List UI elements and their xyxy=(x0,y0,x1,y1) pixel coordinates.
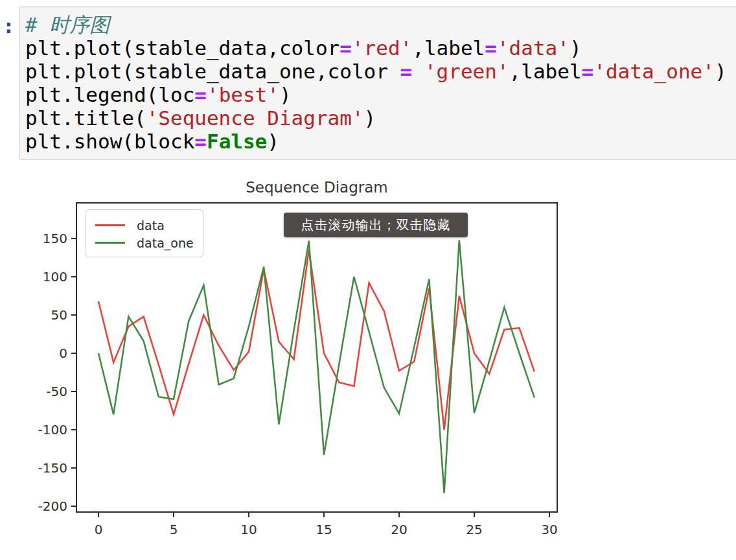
x-tick-label: 15 xyxy=(316,522,332,537)
code-line[interactable]: plt.legend(loc='best') xyxy=(25,83,736,106)
code-token-str: 'data_one' xyxy=(593,60,715,83)
legend-label: data xyxy=(137,218,165,233)
y-tick-label: 100 xyxy=(43,269,67,285)
code-cell[interactable]: # 时序图plt.plot(stable_data,color='red',la… xyxy=(19,6,736,160)
y-tick-label: -100 xyxy=(38,422,67,438)
legend-swatch-green xyxy=(95,242,125,244)
code-token-txt: ) xyxy=(279,83,292,106)
code-token-txt: plt.show(block xyxy=(25,130,194,153)
code-token-str: 'red' xyxy=(352,36,412,60)
code-token-txt: plt.plot(stable_data,color xyxy=(25,36,339,60)
y-tick-label: 150 xyxy=(43,231,67,246)
code-line[interactable]: # 时序图 xyxy=(25,13,736,36)
x-tick-label: 25 xyxy=(466,522,482,537)
code-token-op: = xyxy=(485,36,497,60)
legend: datadata_one xyxy=(86,209,203,257)
code-line[interactable]: plt.show(block=False) xyxy=(25,130,736,153)
code-token-txt: ) xyxy=(715,60,727,83)
code-token-op: = xyxy=(339,36,352,60)
code-token-op: = xyxy=(194,83,207,106)
code-token-txt xyxy=(412,60,424,83)
code-token-com: # 时序图 xyxy=(25,13,109,36)
series-line-data_one xyxy=(98,240,535,493)
code-line[interactable]: plt.title('Sequence Diagram') xyxy=(25,106,736,130)
chart-title: Sequence Diagram xyxy=(76,179,557,196)
legend-row: data_one xyxy=(95,234,203,251)
code-token-txt: ) xyxy=(569,36,582,60)
code-token-kw: False xyxy=(207,130,267,153)
code-token-txt: ) xyxy=(267,130,279,153)
code-token-op: = xyxy=(400,60,413,83)
code-token-str: 'best' xyxy=(207,83,279,106)
y-tick-label: -50 xyxy=(46,384,67,399)
x-tick-label: 30 xyxy=(541,522,557,537)
y-tick-label: 0 xyxy=(59,345,67,361)
legend-label: data_one xyxy=(137,236,194,250)
y-tick-label: 50 xyxy=(51,307,67,323)
code-token-txt: ,label xyxy=(412,36,485,60)
code-token-txt: ,label xyxy=(509,60,582,83)
x-tick-label: 20 xyxy=(391,522,407,537)
code-token-txt: plt.plot(stable_data_one,color xyxy=(25,60,400,83)
code-editor[interactable]: # 时序图plt.plot(stable_data,color='red',la… xyxy=(20,7,736,153)
code-token-str: 'green' xyxy=(424,60,509,83)
cell-prompt-colon: : xyxy=(3,14,15,38)
code-token-txt: plt.title( xyxy=(25,106,146,130)
x-tick-label: 5 xyxy=(170,522,178,537)
y-tick-label: -150 xyxy=(38,460,67,476)
code-token-str: 'Sequence Diagram' xyxy=(146,106,364,130)
code-token-txt: plt.legend(loc xyxy=(25,83,194,106)
code-line[interactable]: plt.plot(stable_data,color='red',label='… xyxy=(25,36,736,60)
x-tick-label: 10 xyxy=(240,522,257,537)
output-area[interactable]: 150100500-50-100-150-200051015202530 Seq… xyxy=(0,160,736,560)
code-token-op: = xyxy=(194,130,207,153)
code-line[interactable]: plt.plot(stable_data_one,color = 'green'… xyxy=(25,60,736,83)
output-hover-tooltip: 点击滚动输出；双击隐藏 xyxy=(284,213,468,237)
legend-swatch-red xyxy=(95,224,125,226)
code-token-op: = xyxy=(582,60,594,83)
y-tick-label: -200 xyxy=(38,498,67,514)
legend-row: data xyxy=(95,216,203,234)
code-token-str: 'data' xyxy=(497,36,569,60)
code-token-txt: ) xyxy=(364,106,376,130)
x-tick-label: 0 xyxy=(95,522,103,537)
